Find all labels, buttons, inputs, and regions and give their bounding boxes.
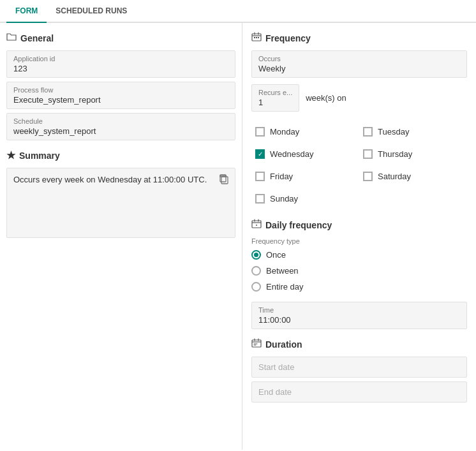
recurs-field: Recurs e... 1 — [251, 84, 299, 112]
wednesday-checkbox[interactable] — [255, 149, 265, 159]
tab-form[interactable]: FORM — [6, 0, 47, 23]
monday-checkbox[interactable] — [255, 127, 265, 137]
end-date-placeholder: End date — [258, 387, 460, 397]
svg-rect-0 — [221, 177, 228, 184]
process-flow-field: Process flow Execute_system_report — [6, 82, 235, 109]
start-date-placeholder: Start date — [258, 362, 460, 372]
time-field: Time 11:00:00 — [251, 302, 467, 329]
summary-section: ★ Summary Occurs every week on Wednesday… — [6, 149, 235, 238]
summary-header: ★ Summary — [6, 149, 235, 161]
saturday-checkbox[interactable] — [363, 172, 373, 181]
daily-frequency-header: Daily frequency — [251, 219, 467, 231]
between-radio[interactable] — [251, 266, 261, 276]
general-section-header: General — [6, 32, 235, 44]
day-sunday[interactable]: Sunday — [251, 188, 467, 210]
schedule-field: Schedule weekly_system_report — [6, 113, 235, 140]
day-thursday[interactable]: Thursday — [359, 143, 467, 165]
radio-once[interactable]: Once — [251, 250, 467, 260]
frequency-type-group: Once Between Entire day — [251, 250, 467, 292]
duration-icon — [251, 338, 262, 350]
svg-rect-6 — [252, 221, 261, 228]
star-icon: ★ — [6, 149, 15, 161]
folder-icon — [6, 32, 17, 44]
summary-box: Occurs every week on Wednesday at 11:00:… — [6, 168, 235, 238]
tuesday-checkbox[interactable] — [363, 127, 373, 137]
svg-rect-3 — [254, 37, 255, 38]
day-wednesday[interactable]: Wednesday — [251, 143, 359, 165]
recurs-row: Recurs e... 1 week(s) on — [251, 84, 467, 112]
day-saturday[interactable]: Saturday — [359, 165, 467, 188]
sunday-checkbox[interactable] — [255, 194, 265, 203]
svg-point-7 — [256, 225, 257, 226]
tabs-bar: FORM SCHEDULED RUNS — [0, 0, 476, 23]
summary-text: Occurs every week on Wednesday at 11:00:… — [13, 175, 207, 184]
tab-scheduled-runs[interactable]: SCHEDULED RUNS — [47, 0, 136, 23]
frequency-icon — [251, 32, 262, 44]
day-friday[interactable]: Friday — [251, 165, 359, 188]
day-monday[interactable]: Monday — [251, 121, 359, 143]
once-radio[interactable] — [251, 250, 261, 260]
frequency-header: Frequency — [251, 32, 467, 44]
radio-between[interactable]: Between — [251, 266, 467, 276]
svg-rect-4 — [256, 37, 257, 38]
friday-checkbox[interactable] — [255, 172, 265, 181]
daily-freq-icon — [251, 219, 262, 231]
day-tuesday[interactable]: Tuesday — [359, 121, 467, 143]
occurs-field: Occurs Weekly — [251, 50, 467, 78]
thursday-checkbox[interactable] — [363, 149, 373, 159]
days-grid: Monday Tuesday Wednesday Thursday Friday — [251, 121, 467, 210]
frequency-type-label: Frequency type — [251, 237, 467, 245]
application-id-field: Application id 123 — [6, 50, 235, 78]
weeks-on-label: week(s) on — [306, 93, 346, 103]
start-date-field[interactable]: Start date — [251, 357, 467, 378]
end-date-field[interactable]: End date — [251, 381, 467, 403]
entire-day-radio[interactable] — [251, 282, 261, 292]
duration-header: Duration — [251, 338, 467, 350]
svg-rect-5 — [258, 37, 259, 38]
copy-icon[interactable] — [218, 174, 230, 188]
radio-entire-day[interactable]: Entire day — [251, 282, 467, 292]
